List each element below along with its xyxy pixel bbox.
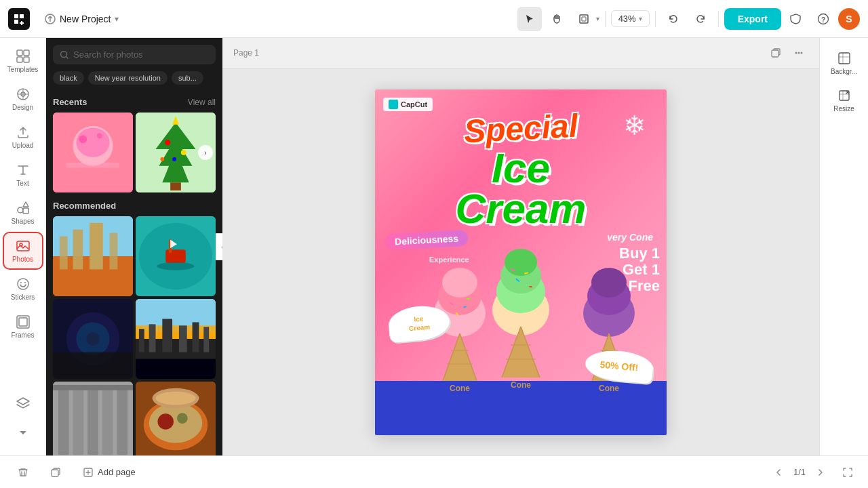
right-panel: Backgr... Resize [819, 38, 868, 455]
app-logo[interactable] [8, 8, 30, 30]
sidebar-item-stickers-label: Stickers [11, 293, 35, 301]
frame-chevron-icon: ▾ [596, 15, 599, 22]
sidebar-item-shapes[interactable]: Shapes [4, 195, 42, 230]
svg-rect-120 [52, 470, 58, 476]
toolbar-divider3 [718, 11, 719, 27]
sidebar-item-upload[interactable]: Upload [4, 119, 42, 155]
right-panel-background[interactable]: Backgr... [824, 46, 865, 81]
help-icon-button[interactable]: ? [811, 7, 835, 31]
recommended-photo-5[interactable] [53, 382, 133, 455]
sidebar-item-text[interactable]: Text [4, 157, 42, 192]
fullscreen-button[interactable] [838, 463, 857, 482]
sidebar-item-layers[interactable] [4, 390, 42, 416]
svg-point-74 [177, 413, 188, 424]
tag-black[interactable]: black [53, 71, 84, 85]
recent-photo-2[interactable]: › [136, 113, 216, 192]
svg-text:?: ? [821, 16, 825, 23]
svg-rect-118 [839, 53, 850, 64]
redo-button[interactable] [688, 7, 713, 31]
svg-rect-61 [203, 327, 209, 352]
shield-icon-button[interactable] [784, 7, 808, 31]
svg-rect-12 [23, 208, 28, 214]
icon-sidebar: Templates Design Upload Text [0, 38, 46, 455]
canvas-viewport[interactable]: CapCut ❄ Special Ice Cream Deliciousness… [222, 68, 819, 455]
svg-rect-39 [90, 223, 103, 270]
poster-logo: CapCut [383, 98, 433, 111]
svg-rect-64 [58, 388, 69, 455]
svg-point-98 [505, 249, 537, 276]
trash-button[interactable] [11, 463, 35, 482]
canvas-duplicate-button[interactable] [766, 43, 785, 62]
svg-rect-67 [102, 388, 113, 455]
right-panel-resize[interactable]: Resize [824, 83, 865, 118]
panel-collapse-button[interactable]: ‹ [216, 233, 222, 260]
zoom-control[interactable]: 43% ▾ [611, 10, 650, 27]
canvas-actions [766, 43, 808, 62]
recommended-photo-1[interactable] [53, 216, 133, 296]
export-button[interactable]: Export [724, 8, 781, 30]
sidebar-item-design[interactable]: Design [4, 81, 42, 117]
svg-rect-56 [139, 329, 144, 352]
sidebar-item-text-label: Text [16, 180, 28, 187]
search-box[interactable] [53, 45, 216, 64]
select-tool-button[interactable] [517, 7, 542, 31]
svg-rect-5 [17, 50, 22, 56]
svg-rect-59 [179, 325, 187, 352]
svg-rect-40 [110, 233, 118, 270]
sidebar-item-photos[interactable]: Photos [4, 233, 42, 268]
frame-tool-button[interactable] [572, 7, 596, 31]
recent-photo-1[interactable] [53, 113, 133, 192]
project-chevron-icon: ▾ [115, 14, 119, 24]
view-all-recents[interactable]: View all [188, 98, 216, 107]
tag-new-year[interactable]: New year resolution [88, 71, 167, 85]
design-canvas[interactable]: CapCut ❄ Special Ice Cream Deliciousness… [375, 89, 667, 435]
panel-tags: black New year resolution sub... [46, 68, 222, 90]
svg-point-79 [795, 52, 797, 54]
recommended-photo-6[interactable] [136, 382, 216, 455]
bubble-right-text: 50% Off! [595, 359, 642, 373]
sidebar-collapse-button[interactable] [4, 419, 42, 445]
canvas-more-button[interactable] [789, 43, 808, 62]
svg-rect-68 [117, 388, 127, 455]
add-page-button[interactable]: Add page [76, 463, 142, 482]
icon-sidebar-bottom [4, 390, 42, 450]
svg-rect-1 [580, 15, 588, 23]
svg-point-80 [798, 52, 800, 54]
svg-rect-13 [17, 241, 29, 251]
svg-point-25 [97, 133, 102, 138]
sidebar-item-templates[interactable]: Templates [4, 43, 42, 79]
search-input[interactable] [73, 49, 209, 60]
hand-tool-button[interactable] [545, 7, 569, 31]
svg-rect-44 [165, 249, 186, 263]
svg-rect-58 [162, 319, 172, 352]
duplicate-page-button[interactable] [43, 463, 68, 482]
toolbar-divider [605, 11, 606, 27]
recommended-title: Recommended [53, 201, 116, 211]
svg-rect-37 [60, 237, 68, 270]
sidebar-item-stickers[interactable]: Stickers [4, 271, 42, 306]
prev-page-button[interactable] [769, 463, 788, 482]
user-avatar[interactable]: S [838, 8, 860, 30]
svg-point-76 [156, 392, 196, 405]
svg-rect-29 [170, 182, 181, 190]
svg-rect-65 [73, 388, 84, 455]
recommended-photo-4[interactable] [136, 299, 216, 379]
search-icon [60, 50, 69, 60]
recents-section-header: Recents View all [53, 97, 216, 107]
recommended-photo-2[interactable] [136, 216, 216, 296]
project-name-button[interactable]: New Project ▾ [38, 9, 125, 28]
recents-next-arrow[interactable]: › [198, 145, 213, 160]
tag-sub[interactable]: sub... [172, 71, 203, 85]
recents-grid: › [53, 113, 216, 192]
recommended-photo-3[interactable] [53, 299, 133, 379]
undo-button[interactable] [661, 7, 686, 31]
svg-rect-8 [24, 57, 29, 62]
poster: CapCut ❄ Special Ice Cream Deliciousness… [375, 89, 667, 435]
sidebar-item-frames-label: Frames [12, 331, 35, 339]
panel-content: Recents View all [46, 90, 222, 455]
sidebar-item-frames[interactable]: Frames [4, 309, 42, 344]
next-page-button[interactable] [811, 463, 830, 482]
bubble-left-text: IceCream [399, 312, 439, 333]
svg-rect-78 [772, 50, 778, 57]
recents-title: Recents [53, 97, 87, 107]
